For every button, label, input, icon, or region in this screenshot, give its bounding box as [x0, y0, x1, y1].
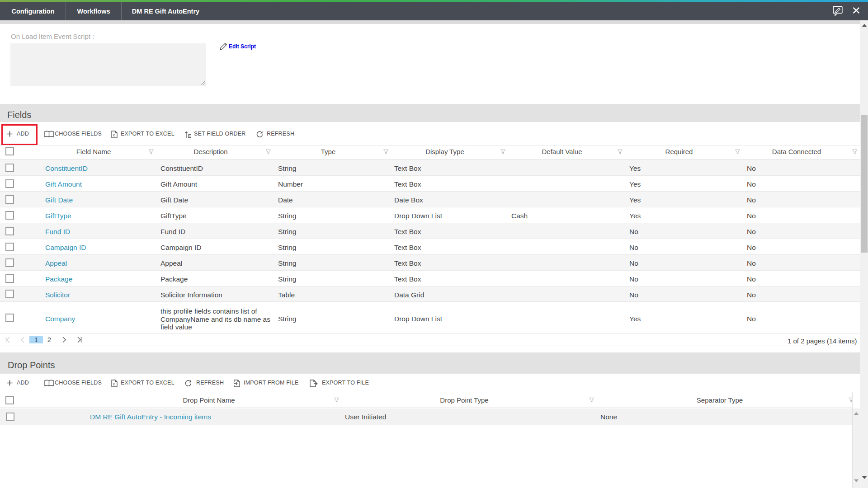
svg-text:x: x	[113, 133, 115, 137]
svg-text:x: x	[113, 382, 115, 386]
